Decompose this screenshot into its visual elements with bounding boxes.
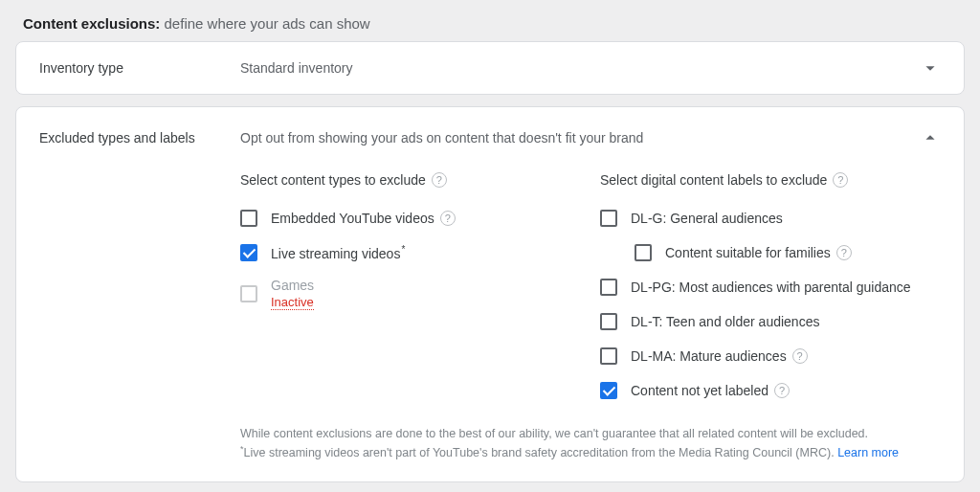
label-row[interactable]: DL-PG: Most audiences with parental guid… <box>600 270 941 304</box>
label-row[interactable]: DL-T: Teen and older audiences <box>600 304 941 339</box>
checkbox-label: Content suitable for families <box>665 245 831 260</box>
inventory-type-row[interactable]: Inventory type Standard inventory <box>16 42 964 94</box>
checkbox-games <box>240 285 257 302</box>
checkbox-label: Content not yet labeled <box>631 383 768 398</box>
excluded-types-body: Select content types to exclude ? Embedd… <box>16 159 964 481</box>
checkbox-dl-pg[interactable] <box>600 279 617 296</box>
checkbox-label: DL-PG: Most audiences with parental guid… <box>631 280 911 295</box>
section-title-desc: define where your ads can show <box>165 15 370 32</box>
label-row[interactable]: DL-G: General audiences <box>600 201 941 235</box>
checkbox-dl-g[interactable] <box>600 210 617 227</box>
excluded-types-subtitle: Opt out from showing your ads on content… <box>240 130 920 145</box>
content-types-header: Select content types to exclude ? <box>240 172 581 188</box>
checkbox-label: Embedded YouTube videos <box>271 211 434 226</box>
label-row[interactable]: DL-MA: Mature audiences ? <box>600 339 941 373</box>
help-icon[interactable]: ? <box>833 172 848 188</box>
content-type-row[interactable]: Live streaming videos* <box>240 235 581 270</box>
inventory-type-value: Standard inventory <box>240 60 920 76</box>
learn-more-link[interactable]: Learn more <box>837 446 899 459</box>
checkbox-not-labeled[interactable] <box>600 382 617 399</box>
checkbox-label: DL-MA: Mature audiences <box>631 348 787 364</box>
label-row[interactable]: Content not yet labeled ? <box>600 373 941 408</box>
checkbox-embedded-youtube[interactable] <box>240 210 257 227</box>
digital-labels-column: Select digital content labels to exclude… <box>600 172 941 408</box>
content-type-row[interactable]: Embedded YouTube videos ? <box>240 201 581 235</box>
digital-labels-header: Select digital content labels to exclude… <box>600 172 941 188</box>
content-type-row: Games Inactive <box>240 270 581 318</box>
inventory-type-card: Inventory type Standard inventory <box>15 41 965 95</box>
section-title: Content exclusions: define where your ad… <box>15 11 965 41</box>
help-icon[interactable]: ? <box>774 383 790 398</box>
chevron-up-icon <box>920 127 941 148</box>
content-exclusions-panel: Content exclusions: define where your ad… <box>0 0 980 492</box>
checkbox-label: DL-T: Teen and older audiences <box>631 314 819 329</box>
help-icon[interactable]: ? <box>440 211 456 226</box>
checkbox-label: Games <box>271 278 314 293</box>
checkbox-content-families[interactable] <box>635 244 652 261</box>
checkbox-label: DL-G: General audiences <box>631 211 783 226</box>
checkbox-live-streaming[interactable] <box>240 244 257 261</box>
section-title-bold: Content exclusions: <box>23 15 160 32</box>
checkbox-label: Live streaming videos* <box>271 244 405 261</box>
inventory-type-label: Inventory type <box>39 60 240 76</box>
help-icon[interactable]: ? <box>792 348 808 364</box>
help-icon[interactable]: ? <box>836 245 852 260</box>
help-icon[interactable]: ? <box>432 172 447 188</box>
label-row[interactable]: Content suitable for families ? <box>600 235 941 270</box>
checkbox-dl-ma[interactable] <box>600 347 617 365</box>
chevron-down-icon <box>920 57 941 78</box>
checkbox-dl-t[interactable] <box>600 313 617 330</box>
excluded-types-card: Excluded types and labels Opt out from s… <box>15 106 965 482</box>
excluded-types-label: Excluded types and labels <box>39 130 240 145</box>
excluded-types-header-row[interactable]: Excluded types and labels Opt out from s… <box>16 107 964 159</box>
inactive-tag[interactable]: Inactive <box>271 295 314 310</box>
footnote: While content exclusions are done to the… <box>240 425 941 462</box>
content-types-column: Select content types to exclude ? Embedd… <box>240 172 581 408</box>
